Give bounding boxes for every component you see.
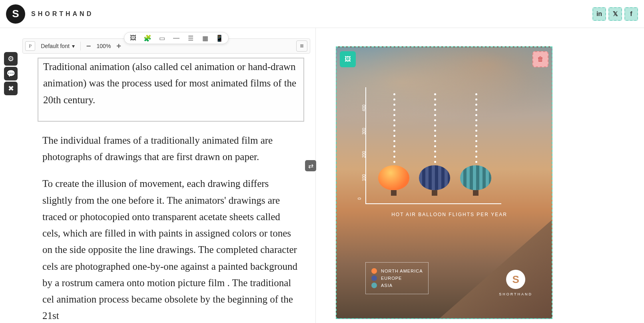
shuffle-button[interactable]: ✖ [4, 82, 18, 95]
insert-toolbar: 🖼 🧩 ▭ — ☰ ▦ 📱 [124, 32, 229, 44]
paragraph[interactable]: The individual frames of a traditionally… [42, 132, 299, 165]
x-axis [365, 203, 501, 204]
gear-icon: ⚙ [8, 54, 14, 63]
grid-icon: ▦ [202, 34, 208, 42]
legend-item: EUROPE [371, 275, 423, 281]
zoom-out-button[interactable]: − [84, 42, 94, 51]
change-image-button[interactable]: 🖼 [340, 51, 356, 67]
editor-column: 🖼 🧩 ▭ — ☰ ▦ 📱 P Default font ▾ − 100% + … [0, 28, 316, 323]
trajectory-dots [475, 92, 477, 164]
insert-divider-button[interactable]: — [171, 34, 181, 42]
legend-item: NORTH AMERICA [371, 268, 423, 274]
chart-title: HOT AIR BALLOON FLIGHTS PER YEAR [369, 212, 529, 217]
separator [80, 42, 81, 50]
images-icon: 🖼 [345, 56, 351, 63]
app-header: S SHORTHAND in 𝕏 f [0, 0, 644, 28]
insert-embed-button[interactable]: 🧩 [143, 34, 152, 42]
insert-image-button[interactable]: 🖼 [128, 34, 138, 42]
comment-button[interactable]: 💬 [4, 67, 18, 80]
delete-media-button[interactable]: 🗑 [532, 51, 548, 67]
y-tick: 200 [362, 151, 366, 158]
logo-text: SHORTHAND [31, 10, 94, 18]
insert-table-button[interactable]: ▦ [200, 34, 210, 42]
image-icon: 🖼 [130, 34, 136, 42]
align-button[interactable]: ≡ [296, 40, 307, 52]
logo-badge: S [6, 4, 25, 24]
puzzle-icon: 🧩 [144, 34, 152, 42]
list-icon: ☰ [188, 34, 193, 42]
swap-columns-button[interactable]: ⇄ [305, 160, 316, 171]
align-icon: ≡ [300, 42, 303, 50]
brand-watermark: S SHORTHAND [499, 270, 532, 296]
trash-icon: 🗑 [537, 56, 544, 63]
balloon-asia [460, 165, 491, 201]
chevron-down-icon: ▾ [72, 43, 75, 49]
settings-button[interactable]: ⚙ [4, 52, 18, 66]
y-tick: 400 [362, 105, 366, 112]
zoom-in-button[interactable]: + [114, 42, 124, 51]
font-label: Default font [41, 43, 70, 49]
paragraph[interactable]: Traditional animation (also called cel a… [43, 58, 299, 108]
legend-label: ASIA [381, 283, 393, 288]
insert-device-button[interactable]: 📱 [215, 34, 224, 42]
chart-legend: NORTH AMERICA EUROPE ASIA [365, 262, 429, 294]
share-x-button[interactable]: 𝕏 [608, 7, 622, 21]
zoom-value: 100% [97, 43, 111, 49]
brand-badge: S [506, 270, 525, 289]
y-tick: 300 [362, 128, 366, 135]
legend-item: ASIA [371, 283, 423, 288]
paragraph[interactable]: To create the illusion of movement, each… [42, 175, 299, 323]
active-paragraph-block[interactable]: Traditional animation (also called cel a… [38, 58, 304, 122]
share-linkedin-button[interactable]: in [592, 7, 606, 21]
balloon-north-america [378, 165, 409, 201]
shuffle-icon: ✖ [8, 84, 14, 93]
media-column: 🖼 🗑 0 100 200 300 400 [316, 28, 644, 323]
element-tag[interactable]: P [25, 41, 35, 51]
trajectory-dots [393, 92, 395, 164]
chat-icon: 💬 [6, 69, 15, 78]
line-icon: — [173, 34, 179, 42]
left-toolbar: ⚙ 💬 ✖ [4, 52, 18, 95]
chart: 0 100 200 300 400 [365, 87, 529, 219]
insert-index-button[interactable]: ☰ [186, 34, 195, 42]
workspace: ⚙ 💬 ✖ 🖼 🧩 ▭ — ☰ ▦ 📱 P Default font ▾ − 1… [0, 28, 644, 323]
swap-icon: ⇄ [308, 162, 313, 170]
pill-icon: ▭ [159, 34, 165, 42]
mountain-background [440, 206, 552, 318]
logo[interactable]: S SHORTHAND [6, 4, 94, 24]
share-facebook-button[interactable]: f [624, 7, 638, 21]
legend-swatch [371, 283, 377, 288]
legend-label: EUROPE [381, 276, 402, 281]
trajectory-dots [434, 92, 436, 164]
legend-swatch [371, 268, 377, 274]
insert-button-button[interactable]: ▭ [157, 34, 167, 42]
text-editor[interactable]: Traditional animation (also called cel a… [22, 54, 315, 323]
social-share: in 𝕏 f [592, 7, 638, 21]
font-select[interactable]: Default font ▾ [38, 42, 77, 50]
y-tick: 100 [362, 175, 366, 181]
phone-icon: 📱 [215, 34, 223, 42]
brand-name: SHORTHAND [499, 292, 532, 296]
balloon-europe [419, 165, 450, 201]
legend-label: NORTH AMERICA [381, 269, 423, 273]
media-frame[interactable]: 🖼 🗑 0 100 200 300 400 [336, 46, 552, 319]
legend-swatch [371, 275, 377, 281]
y-tick: 0 [357, 198, 362, 200]
y-axis: 0 100 200 300 400 [365, 87, 366, 203]
